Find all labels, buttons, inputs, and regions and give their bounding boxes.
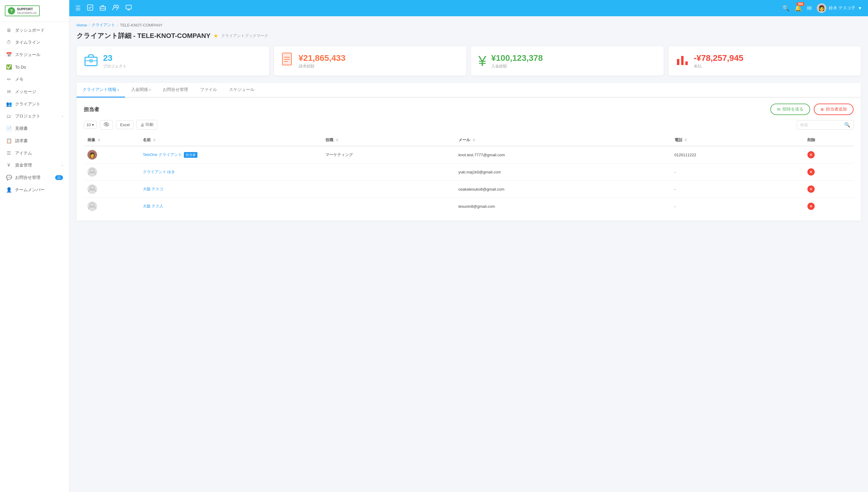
main-area: ☰ bbox=[69, 0, 868, 492]
sidebar-item-finance[interactable]: ¥ 資金管理 › bbox=[0, 159, 69, 171]
svg-rect-5 bbox=[126, 5, 132, 9]
bookmark-star-icon[interactable]: ★ bbox=[213, 32, 218, 39]
svg-rect-8 bbox=[85, 57, 97, 66]
sort-role-icon[interactable]: ⇅ bbox=[336, 138, 338, 142]
svg-rect-17 bbox=[681, 56, 684, 65]
invite-button[interactable]: ✉ 招待を送る bbox=[770, 104, 810, 115]
chevron-right-icon: › bbox=[62, 114, 63, 118]
user-menu[interactable]: 👩 鈴木 テスコ子 ▼ bbox=[817, 3, 862, 13]
sidebar-item-item[interactable]: ☰ アイテム bbox=[0, 147, 69, 159]
search-header-icon[interactable]: 🔍 bbox=[782, 4, 790, 12]
table-toolbar: 10 ▾ bbox=[84, 120, 853, 129]
sidebar-item-schedule[interactable]: 📅 スケジュール bbox=[0, 48, 69, 61]
menu-icon[interactable]: ☰ bbox=[75, 4, 81, 12]
row-phone: - bbox=[671, 164, 804, 181]
mail-header-icon[interactable]: ✉ bbox=[807, 4, 812, 12]
sidebar-item-team[interactable]: 👤 チームメンバー bbox=[0, 184, 69, 196]
tab-schedule-label: スケジュール bbox=[229, 87, 254, 93]
notification-bell[interactable]: 🔔 356 bbox=[795, 4, 802, 12]
logo-sub: TELEONEPLUS bbox=[17, 11, 37, 15]
delete-row-button[interactable]: ✕ bbox=[807, 186, 815, 193]
sort-email-icon[interactable]: ⇅ bbox=[473, 138, 475, 142]
row-email: knot.test.7777@gmail.com bbox=[455, 146, 671, 164]
sort-phone-icon[interactable]: ⇅ bbox=[684, 138, 687, 142]
row-email: yuki.maj1k0@gmail.com bbox=[455, 164, 671, 181]
row-name-link[interactable]: クライアント ゆき bbox=[143, 169, 318, 175]
per-page-value: 10 bbox=[87, 123, 91, 127]
row-phone: 0120111222 bbox=[671, 146, 804, 164]
stat-unpaid-sub: -¥78,257,945 未払 bbox=[694, 53, 744, 69]
monitor-icon: 🖥 bbox=[6, 28, 11, 33]
tabs-section: クライアント情報 ▾ 入金関係 ▾ お問合せ管理 ファイル スケジュール bbox=[76, 83, 861, 221]
sidebar-label-dashboard: ダッシュボード bbox=[15, 28, 45, 33]
folder-icon: 🗂 bbox=[6, 114, 11, 119]
tab-client-info[interactable]: クライアント情報 ▾ bbox=[76, 83, 125, 98]
sidebar-item-inquiry[interactable]: 💬 お問合せ管理 21 bbox=[0, 171, 69, 184]
manager-badge: 担当者 bbox=[184, 152, 197, 158]
sidebar-item-project[interactable]: 🗂 プロジェクト › bbox=[0, 110, 69, 122]
sidebar-item-invoice[interactable]: 📋 請求書 bbox=[0, 134, 69, 147]
sidebar-item-memo[interactable]: ✏ メモ bbox=[0, 73, 69, 85]
sidebar-label-team: チームメンバー bbox=[15, 187, 45, 193]
search-input[interactable] bbox=[800, 123, 842, 127]
row-name-link[interactable]: 大阪 テスコ bbox=[143, 187, 318, 192]
row-email: osakatesuko8@gmail.com bbox=[455, 181, 671, 198]
stat-invoice-label: 請求総額 bbox=[299, 64, 346, 69]
table-row: 大阪 テスコosakatesuko8@gmail.com-✕ bbox=[84, 181, 853, 198]
yen-stat-icon: ¥ bbox=[478, 53, 487, 69]
breadcrumb-home[interactable]: Home bbox=[76, 23, 87, 27]
row-role: マーケティング bbox=[322, 146, 455, 164]
page-title-row: クライアント詳細 - TELE-KNOT-COMPANY ★ クライアントブック… bbox=[76, 31, 861, 40]
sidebar-nav: 🖥 ダッシュボード ⏱ タイムライン 📅 スケジュール ✅ To Do ✏ メモ… bbox=[0, 22, 69, 198]
sidebar-item-estimate[interactable]: 📄 見積書 bbox=[0, 122, 69, 134]
sort-name-icon[interactable]: ⇅ bbox=[153, 138, 156, 142]
print-button[interactable]: 🖨 印刷 bbox=[137, 120, 157, 129]
search-box: 🔍 bbox=[797, 120, 853, 129]
column-toggle-button[interactable] bbox=[100, 120, 113, 129]
sidebar-item-dashboard[interactable]: 🖥 ダッシュボード bbox=[0, 24, 69, 36]
top-header: ☰ bbox=[69, 0, 868, 16]
avatar: 👩 bbox=[817, 3, 826, 13]
tab-inquiry[interactable]: お問合せ管理 bbox=[157, 83, 194, 98]
col-header-image: 画像 ⇅ bbox=[84, 134, 139, 146]
row-avatar bbox=[87, 184, 97, 194]
excel-button[interactable]: Excel bbox=[116, 120, 134, 129]
delete-row-button[interactable]: ✕ bbox=[807, 203, 815, 210]
delete-row-button[interactable]: ✕ bbox=[807, 168, 815, 175]
sidebar-label-inquiry: お問合せ管理 bbox=[15, 175, 40, 180]
stat-invoice-value: ¥21,865,433 bbox=[299, 53, 346, 63]
row-name-link[interactable]: TeleOne クライアント担当者 bbox=[143, 152, 318, 158]
add-manager-button[interactable]: ⊕ 担当者追加 bbox=[814, 104, 853, 115]
sidebar-item-message[interactable]: ✉ メッセージ bbox=[0, 85, 69, 98]
sidebar-label-memo: メモ bbox=[15, 77, 24, 82]
monitor-header-icon[interactable] bbox=[125, 4, 132, 13]
stat-card-projects: 23 プロジェクト bbox=[76, 46, 269, 76]
table-row: クライアント ゆきyuki.maj1k0@gmail.com-✕ bbox=[84, 164, 853, 181]
col-header-name: 名前 ⇅ bbox=[139, 134, 322, 146]
people-header-icon[interactable] bbox=[112, 4, 119, 13]
stat-payment-sub: ¥100,123,378 入金総額 bbox=[491, 53, 543, 69]
tab-schedule[interactable]: スケジュール bbox=[223, 83, 260, 98]
task-icon[interactable] bbox=[87, 4, 93, 13]
sort-image-icon[interactable]: ⇅ bbox=[98, 138, 100, 142]
stat-payment-label: 入金総額 bbox=[491, 64, 543, 69]
printer-icon: 🖨 bbox=[140, 123, 144, 127]
sidebar-item-client[interactable]: 👥 クライアント bbox=[0, 98, 69, 110]
tab-payment[interactable]: 入金関係 ▾ bbox=[125, 83, 157, 98]
sidebar-item-timeline[interactable]: ⏱ タイムライン bbox=[0, 36, 69, 48]
per-page-select[interactable]: 10 ▾ bbox=[84, 121, 97, 129]
svg-point-4 bbox=[116, 5, 118, 7]
people-icon: 👥 bbox=[6, 101, 11, 107]
tab-inquiry-label: お問合せ管理 bbox=[163, 87, 188, 93]
delete-row-button[interactable]: ✕ bbox=[807, 151, 815, 158]
tab-payment-label: 入金関係 bbox=[131, 87, 148, 93]
sidebar-item-todo[interactable]: ✅ To Do bbox=[0, 61, 69, 73]
logo-box[interactable]: ? SUPPORT TELEONEPLUS bbox=[5, 5, 40, 16]
briefcase-icon[interactable] bbox=[99, 4, 106, 13]
row-name-link[interactable]: 大阪 テス人 bbox=[143, 203, 318, 209]
stat-projects-label: プロジェクト bbox=[103, 64, 126, 69]
tab-file[interactable]: ファイル bbox=[194, 83, 223, 98]
list-icon: ☰ bbox=[6, 150, 11, 156]
breadcrumb-client[interactable]: クライアント bbox=[92, 22, 115, 28]
tab-file-label: ファイル bbox=[200, 87, 217, 93]
